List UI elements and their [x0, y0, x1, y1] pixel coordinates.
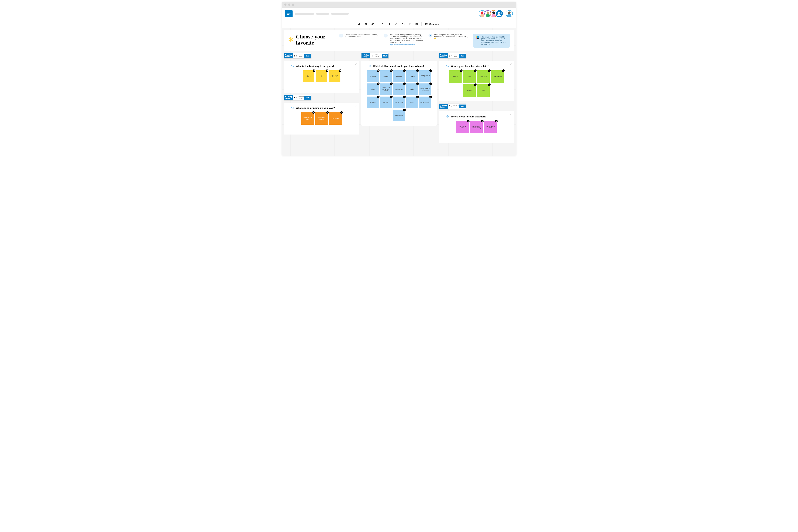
vote-check-icon[interactable]	[429, 96, 432, 98]
sticky-note[interactable]: Adventuring in a foreign country	[470, 121, 482, 133]
votes-stepper[interactable]: 5▲▼	[370, 54, 376, 58]
sticky-note[interactable]: Eat it with a knife and fork	[329, 70, 340, 82]
votes-stepper[interactable]: 5▲▼	[448, 54, 453, 58]
sticky-note[interactable]: Scuba diving	[393, 83, 405, 95]
text-tool-icon[interactable]	[408, 22, 412, 26]
sticky-note[interactable]: Writing	[367, 83, 379, 95]
vote-check-icon[interactable]	[467, 120, 470, 122]
sticky-note[interactable]: Baking	[406, 83, 418, 95]
start-voting-button[interactable]: Start	[459, 104, 466, 108]
votes-stepper[interactable]: 5▲▼	[293, 54, 298, 58]
vote-check-icon[interactable]	[416, 82, 419, 85]
vote-check-icon[interactable]	[403, 82, 406, 85]
sticky-note[interactable]: Cooking	[380, 70, 392, 82]
window-dot[interactable]	[288, 3, 290, 6]
help-link[interactable]: https://help.conceptboard.com/hc/en-us/.…	[390, 44, 424, 45]
vote-check-icon[interactable]	[403, 96, 406, 98]
vote-check-icon[interactable]	[312, 111, 315, 114]
vote-check-icon[interactable]	[403, 109, 406, 111]
voting-setup-button[interactable]: ✎ VotingSetup	[284, 95, 293, 100]
vote-check-icon[interactable]	[474, 70, 477, 72]
votes-stepper[interactable]: 5▲▼	[293, 96, 298, 99]
vote-check-icon[interactable]	[429, 82, 432, 85]
sticky-note[interactable]: Waking up at 5 AM	[419, 70, 431, 82]
sticky-note[interactable]: Swimming	[367, 70, 379, 82]
marker-tool-icon[interactable]	[388, 22, 391, 26]
canvas[interactable]: ✱ Choose-your-favorite 1 Come up with 3-…	[282, 28, 516, 156]
sticky-note[interactable]: Alone on a beach	[456, 121, 469, 133]
sticky-note[interactable]: Venom	[463, 84, 476, 97]
vote-check-icon[interactable]	[377, 96, 380, 98]
sticky-note[interactable]: Gardening	[367, 97, 379, 108]
sticky-note[interactable]: Loki	[477, 84, 490, 97]
current-user-avatar[interactable]	[506, 10, 513, 17]
sticky-note[interactable]: Salsa dancing	[393, 110, 405, 121]
vote-check-icon[interactable]	[460, 70, 462, 72]
vote-check-icon[interactable]	[416, 70, 419, 72]
hand-tool-icon[interactable]	[358, 22, 361, 26]
voting-setup-button[interactable]: ✎ VotingSetup	[284, 53, 293, 58]
pen-tool-icon[interactable]	[381, 22, 385, 26]
sticky-note[interactable]: Public speaking	[419, 97, 431, 108]
vote-check-icon[interactable]	[390, 96, 393, 98]
vote-check-icon[interactable]	[416, 96, 419, 98]
vote-check-icon[interactable]	[339, 70, 341, 72]
question-board[interactable]: ✔ Where is your dream vacation? Alone on…	[439, 111, 514, 143]
question-board[interactable]: ✔ Who is your least favorite villain? Ma…	[439, 61, 514, 101]
start-voting-button[interactable]: Start	[304, 96, 311, 99]
voting-setup-button[interactable]: ✎ VotingSetup	[439, 53, 448, 58]
vote-check-icon[interactable]	[377, 82, 380, 85]
vote-check-icon[interactable]	[326, 111, 329, 114]
add-user-button[interactable]	[496, 10, 503, 17]
sticky-note[interactable]: Darth Vader	[477, 70, 490, 83]
vote-check-icon[interactable]	[326, 70, 328, 72]
voting-setup-button[interactable]: ✎ VotingSetup	[439, 104, 448, 109]
sticky-note[interactable]: Bird singing	[329, 112, 342, 125]
vote-check-icon[interactable]	[313, 70, 315, 72]
vote-check-icon[interactable]	[377, 70, 380, 72]
question-board[interactable]: ✔ What sound or noise do you love? Colle…	[284, 102, 359, 134]
sticky-note[interactable]: Lord Voldemort	[491, 70, 504, 83]
comment-tool[interactable]: Comment	[425, 22, 440, 25]
sticky-note[interactable]: Fold it	[316, 70, 327, 82]
vote-check-icon[interactable]	[502, 70, 505, 72]
vote-check-icon[interactable]	[390, 82, 393, 85]
sticky-note[interactable]: Fortune telling	[393, 97, 405, 108]
vote-check-icon[interactable]	[474, 83, 477, 86]
window-dot[interactable]	[292, 3, 294, 6]
vote-check-icon[interactable]	[429, 70, 432, 72]
sticky-note[interactable]: Surrounded by family	[484, 121, 497, 133]
app-logo[interactable]	[285, 10, 292, 17]
vote-check-icon[interactable]	[340, 111, 343, 114]
vote-check-icon[interactable]	[488, 70, 491, 72]
eraser-tool-icon[interactable]	[371, 22, 375, 26]
line-tool-icon[interactable]	[395, 22, 398, 26]
sticky-note[interactable]: Playing musical instruments	[419, 83, 431, 95]
sticky-note[interactable]: Collecting Mario coins	[301, 112, 314, 125]
vote-check-icon[interactable]	[403, 70, 406, 72]
vote-check-icon[interactable]	[495, 120, 498, 122]
pointer-tool-icon[interactable]	[364, 22, 368, 26]
sticky-note[interactable]: Slice it	[303, 70, 314, 82]
sticky-note[interactable]: Joker	[463, 70, 476, 83]
vote-check-icon[interactable]	[390, 70, 393, 72]
question-board[interactable]: ✔ What is the best way to eat pizza? Sli…	[284, 61, 359, 93]
window-dot[interactable]	[284, 3, 286, 6]
start-voting-button[interactable]: Start	[382, 54, 388, 58]
sticky-note[interactable]: Drawing	[406, 70, 418, 82]
note-tool-icon[interactable]	[415, 22, 418, 26]
sticky-note[interactable]: Hiking	[406, 97, 418, 108]
voting-setup-button[interactable]: ✎ VotingSetup	[361, 53, 370, 58]
sticky-note[interactable]: Bubble wrap popping	[316, 112, 328, 125]
sticky-note[interactable]: Comedy	[380, 97, 392, 108]
question-board[interactable]: ✔ Which skill or talent would you love t…	[361, 61, 437, 126]
start-voting-button[interactable]: Start	[459, 54, 466, 58]
votes-stepper[interactable]: 5▲▼	[448, 104, 453, 108]
sticky-note[interactable]: Magneto	[449, 70, 461, 83]
vote-check-icon[interactable]	[488, 83, 491, 86]
sticky-note[interactable]: Canoeing	[393, 70, 405, 82]
start-voting-button[interactable]: Start	[304, 54, 311, 58]
vote-check-icon[interactable]	[481, 120, 483, 122]
shape-tool-icon[interactable]	[401, 22, 405, 26]
sticky-note[interactable]: Whatever they did in Harry Potter	[380, 83, 392, 95]
